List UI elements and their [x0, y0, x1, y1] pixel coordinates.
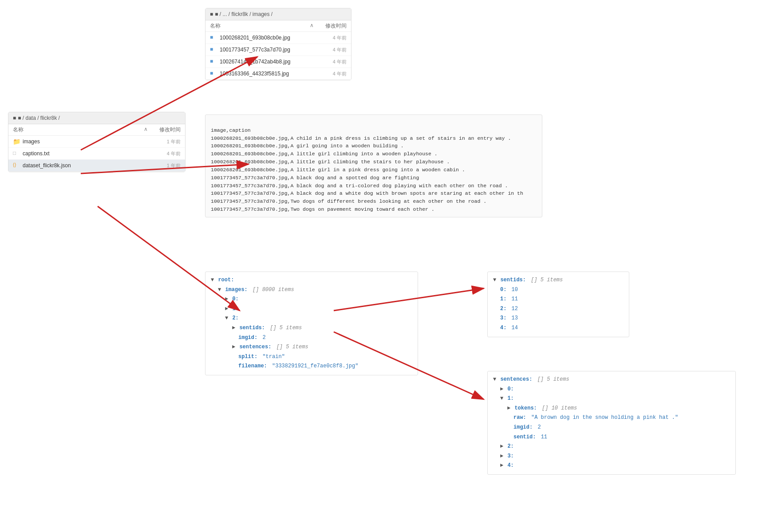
json-value: "A brown dog in the snow holding a pink … [531, 414, 678, 421]
expand-icon[interactable]: ▼ [500, 395, 503, 402]
col-time-label: 修改时间 [150, 126, 181, 134]
file-name: 1000268201_693b08cb0e.jpg [220, 35, 316, 41]
json-left-panel: ▼ root: ▼ images: [] 8000 items ► 0: ► 1… [205, 272, 418, 375]
json-row-s1: 1: 11 [493, 295, 624, 304]
col-name-label: 名称 [210, 22, 310, 30]
image-icon: ■ [210, 58, 217, 65]
json-count: [] 5 items [270, 325, 302, 331]
json-icon: {} [13, 162, 20, 169]
file-item-img1[interactable]: ■ 1000268201_693b08cb0e.jpg 4 年前 [205, 32, 351, 44]
json-key: sentid: [513, 434, 536, 440]
json-row-images: ▼ images: [] 8000 items [211, 285, 412, 295]
json-key: sentences: [239, 344, 271, 350]
expand-icon[interactable]: ▼ [225, 315, 228, 321]
json-value: 14 [512, 325, 518, 331]
json-row-sentences: ► sentences: [] 5 items [211, 343, 412, 352]
expand-icon[interactable]: ▼ [211, 277, 214, 283]
file-item-img4[interactable]: ■ 1003163366_44323f5815.jpg 4 年前 [205, 68, 351, 80]
json-row-2: ▼ 2: [211, 314, 412, 323]
col-time-label: 修改时间 [316, 22, 347, 30]
expand-icon[interactable]: ► [500, 386, 503, 392]
file-time: 4 年前 [316, 47, 347, 53]
json-row-sent2: ► 2: [493, 442, 730, 452]
json-key: 0: [232, 296, 238, 302]
file-name: 1001773457_577c3a7d70.jpg [220, 47, 316, 53]
expand-icon[interactable]: ► [232, 325, 235, 331]
expand-icon[interactable]: ► [500, 443, 503, 449]
expand-icon[interactable]: ► [225, 306, 228, 312]
file-item-img2[interactable]: ■ 1001773457_577c3a7d70.jpg 4 年前 [205, 44, 351, 56]
json-value: 10 [512, 287, 518, 293]
left-browser-path: ■ ■ / data / flickr8k / [8, 112, 185, 124]
json-row-sent3: ► 3: [493, 452, 730, 461]
top-right-file-browser: ■ ■ / ... / flickr8k / images / 名称 ∧ 修改时… [205, 8, 351, 80]
json-key: 0: [500, 287, 506, 293]
expand-icon[interactable]: ▼ [493, 376, 496, 382]
image-icon: ■ [210, 70, 217, 77]
file-time: 4 年前 [316, 59, 347, 65]
json-key: 2: [500, 306, 506, 312]
json-value: 2 [262, 335, 265, 341]
folder-icon: 📁 [13, 138, 20, 145]
expand-icon[interactable]: ▼ [493, 277, 496, 283]
captions-text-panel: image,caption 1000268201_693b08cb0e.jpg,… [205, 114, 542, 217]
image-icon: ■ [210, 46, 217, 53]
json-row-sentids-header: ▼ sentids: [] 5 items [493, 276, 624, 285]
left-file-browser: ■ ■ / data / flickr8k / 名称 ∧ 修改时间 📁 imag… [8, 112, 186, 172]
expand-icon[interactable]: ► [507, 405, 510, 411]
json-key: imgid: [238, 335, 257, 341]
json-value: 12 [512, 306, 518, 312]
json-row-imgid2: imgid: 2 [493, 423, 730, 433]
json-count: [] 5 items [531, 277, 563, 283]
json-row-0: ► 0: [211, 295, 412, 304]
json-count: [] 5 items [537, 376, 569, 382]
json-row-sentences-header: ▼ sentences: [] 5 items [493, 375, 730, 385]
json-key: imgid: [513, 424, 533, 430]
file-name: 1002674143_1b742ab4b8.jpg [220, 59, 316, 65]
folder-icon: ■ [210, 11, 213, 17]
file-time: 4 年前 [316, 35, 347, 41]
captions-content: image,caption 1000268201_693b08cb0e.jpg,… [211, 127, 523, 212]
json-value: 2 [537, 424, 541, 430]
file-item-captions[interactable]: □ captions.txt 4 年前 [8, 148, 185, 160]
expand-icon[interactable]: ▼ [218, 287, 221, 293]
expand-icon[interactable]: ► [500, 462, 503, 469]
json-row-s4: 4: 14 [493, 323, 624, 333]
json-key: sentences: [500, 376, 532, 382]
file-item-dataset-json[interactable]: {} dataset_flickr8k.json 1 年前 [8, 160, 185, 172]
json-row-s2: 2: 12 [493, 304, 624, 314]
json-count: [] 10 items [542, 405, 577, 411]
expand-icon[interactable]: ► [232, 344, 235, 350]
json-key: filename: [238, 363, 267, 369]
expand-icon[interactable]: ► [500, 453, 503, 459]
json-row-raw: raw: "A brown dog in the snow holding a … [493, 413, 730, 423]
json-row-imgid: imgid: 2 [211, 333, 412, 343]
json-key: 1: [507, 395, 513, 402]
file-name: captions.txt [23, 150, 150, 157]
file-item-images[interactable]: 📁 images 1 年前 [8, 136, 185, 148]
col-sort-icon: ∧ [144, 126, 148, 134]
json-key: 0: [507, 386, 513, 392]
json-row-sentid: sentid: 11 [493, 433, 730, 442]
file-name: dataset_flickr8k.json [23, 162, 150, 169]
json-row-s3: 3: 13 [493, 314, 624, 323]
json-row-tokens: ► tokens: [] 10 items [493, 404, 730, 414]
file-time: 1 年前 [150, 162, 181, 169]
file-name: images [23, 138, 150, 145]
json-right-sentids-panel: ▼ sentids: [] 5 items 0: 10 1: 11 2: 12 … [487, 272, 629, 337]
top-right-browser-path: ■ ■ / ... / flickr8k / images / [205, 8, 351, 20]
json-key: 2: [507, 443, 513, 449]
expand-icon[interactable]: ► [225, 296, 228, 302]
file-time: 1 年前 [150, 138, 181, 145]
json-key: images: [225, 287, 247, 293]
col-name-label: 名称 [13, 126, 144, 134]
json-value: 11 [512, 296, 518, 302]
json-key: root: [218, 277, 234, 283]
json-row-sentids: ► sentids: [] 5 items [211, 323, 412, 333]
file-name: 1003163366_44323f5815.jpg [220, 71, 316, 77]
json-key: sentids: [239, 325, 265, 331]
json-key: tokens: [514, 405, 537, 411]
json-row-split: split: "train" [211, 352, 412, 362]
file-item-img3[interactable]: ■ 1002674143_1b742ab4b8.jpg 4 年前 [205, 56, 351, 68]
json-right-sentences-panel: ▼ sentences: [] 5 items ► 0: ▼ 1: ► toke… [487, 371, 736, 475]
